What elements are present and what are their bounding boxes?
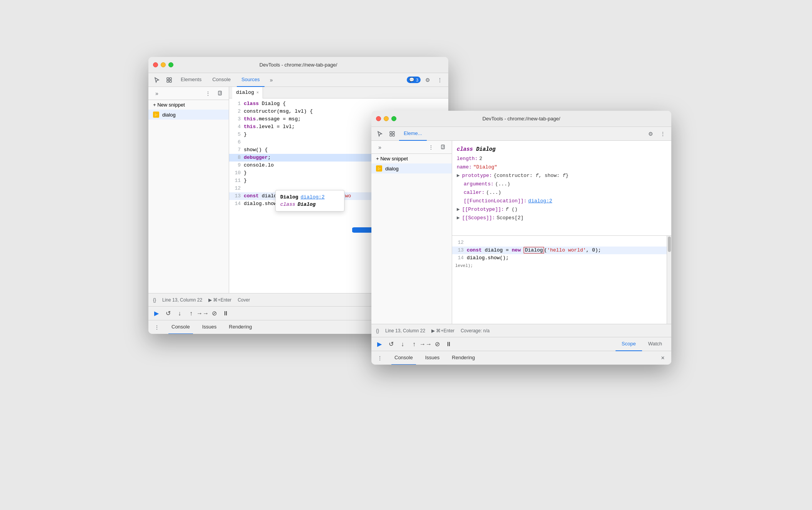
deactivate-btn-back[interactable]: ⊘ <box>209 308 219 318</box>
close-button-front[interactable] <box>376 116 381 121</box>
maximize-button-front[interactable] <box>391 116 396 121</box>
sidebar-more-back[interactable]: ⋮ <box>203 88 213 99</box>
inspect-icon-front[interactable] <box>387 128 398 139</box>
cursor-icon-front[interactable] <box>374 128 385 139</box>
obj-row-arguments: arguments: (...) <box>452 180 671 188</box>
hover-class-kw: class <box>280 202 295 207</box>
front-main-panel: class Dialog length: 2 name: "Dialog" ▶ … <box>452 141 671 324</box>
step-out-btn-front[interactable]: ↑ <box>409 339 419 349</box>
sidebar-pages-front[interactable] <box>438 142 449 153</box>
step-into-btn-front[interactable]: ↓ <box>398 339 408 349</box>
close-tab-back[interactable]: × <box>256 90 259 95</box>
snippet-icon-back: ▷ <box>153 112 159 118</box>
play-btn-back[interactable]: ▶ <box>151 308 161 318</box>
obj-class-title: class Dialog <box>452 144 671 155</box>
snippet-icon-front: ▷ <box>376 165 382 172</box>
debug-toolbar-front: ▶ ↺ ↓ ↑ →→ ⊘ ⏸ Scope Watch <box>371 337 671 351</box>
pause-btn-front[interactable]: ⏸ <box>444 339 454 349</box>
obj-row-length: length: 2 <box>452 155 671 163</box>
inspect-icon[interactable] <box>164 75 175 85</box>
cursor-icon[interactable] <box>151 75 162 85</box>
step-btn-front[interactable]: →→ <box>421 339 431 349</box>
step-out-btn-back[interactable]: ↑ <box>186 308 196 318</box>
more-options-icon-front[interactable]: ⋮ <box>657 128 668 139</box>
step-over-btn-front[interactable]: ↺ <box>386 339 396 349</box>
sidebar-toolbar-back: » ⋮ <box>148 87 229 100</box>
bottom-more-back[interactable]: ⋮ <box>151 322 162 333</box>
statusbar-front: {} Line 13, Column 22 ▶ ⌘+Enter Coverage… <box>371 324 671 337</box>
format-icon-back[interactable]: {} <box>153 297 156 303</box>
tab-elements-back[interactable]: Elements <box>176 73 206 87</box>
toolbar-back: Elements Console Sources » 💬 3 ⚙ ⋮ <box>148 73 448 87</box>
front-editor: 12 13const dialog = new Dialog('hello wo… <box>452 236 667 324</box>
issues-tab-back[interactable]: Issues <box>199 320 220 334</box>
scope-tab-front[interactable]: Scope <box>616 337 642 351</box>
devtools-window-front: DevTools - chrome://new-tab-page/ Eleme.… <box>371 111 671 365</box>
front-line-12: 12 <box>452 239 667 247</box>
svg-rect-0 <box>167 78 169 80</box>
hover-dialog-name: Dialog <box>280 194 298 200</box>
collapse-icon-back[interactable]: » <box>151 88 162 99</box>
sidebar-more-front[interactable]: ⋮ <box>426 142 436 153</box>
deactivate-btn-front[interactable]: ⊘ <box>432 339 442 349</box>
hover-class-dialog: Dialog <box>298 202 316 207</box>
settings-icon-front[interactable]: ⚙ <box>645 128 656 139</box>
svg-rect-2 <box>167 80 169 82</box>
position-back: Line 13, Column 22 <box>162 297 202 303</box>
rendering-tab-back[interactable]: Rendering <box>226 320 255 334</box>
collapse-icon-front[interactable]: » <box>374 142 385 153</box>
scrollbar-thumb-front[interactable] <box>668 237 671 252</box>
titlebar-front: DevTools - chrome://new-tab-page/ <box>371 111 671 127</box>
obj-row-scopes: ▶ [[Scopes]]: Scopes[2] <box>452 214 671 222</box>
step-btn-back[interactable]: →→ <box>198 308 208 318</box>
step-over-btn-back[interactable]: ↺ <box>163 308 173 318</box>
svg-rect-8 <box>390 134 392 136</box>
sidebar-pages-back[interactable] <box>215 88 226 99</box>
more-tabs-icon-back[interactable]: » <box>266 75 277 85</box>
close-button-back[interactable] <box>153 62 158 67</box>
play-btn-front[interactable]: ▶ <box>374 339 384 349</box>
close-drawer-front[interactable]: × <box>657 353 668 363</box>
continued-text: level); <box>452 262 667 268</box>
traffic-lights-back <box>153 62 173 67</box>
titlebar-title-back: DevTools - chrome://new-tab-page/ <box>260 62 337 68</box>
tab-console-back[interactable]: Console <box>208 73 235 87</box>
svg-rect-3 <box>170 80 171 82</box>
console-tab-front[interactable]: Console <box>391 351 416 365</box>
dialog-file-back[interactable]: ▷ dialog <box>148 110 229 120</box>
watch-tab-front[interactable]: Watch <box>642 337 668 351</box>
minimize-button-back[interactable] <box>161 62 166 67</box>
tab-elements-front[interactable]: Eleme... <box>399 127 427 141</box>
format-icon-front[interactable]: {} <box>376 328 379 333</box>
coverage-front: Coverage: n/a <box>461 328 489 333</box>
more-options-icon-back[interactable]: ⋮ <box>434 75 445 85</box>
chat-badge-back[interactable]: 💬 3 <box>407 77 421 83</box>
new-snippet-back[interactable]: + New snippet <box>148 100 229 110</box>
sidebar-back: » ⋮ + New snippet ▷ dialog <box>148 87 229 293</box>
settings-icon-back[interactable]: ⚙ <box>422 75 433 85</box>
sidebar-toolbar-front: » ⋮ <box>371 141 452 154</box>
run-label-back[interactable]: ▶ ⌘+Enter <box>208 297 231 303</box>
obj-row-caller: caller: (...) <box>452 188 671 197</box>
scrollbar-front[interactable] <box>667 236 671 324</box>
hover-dialog-link[interactable]: dialog:2 <box>301 194 324 200</box>
svg-rect-1 <box>170 78 171 80</box>
editor-tab-dialog-back[interactable]: dialog × <box>232 87 263 98</box>
dialog-file-front[interactable]: ▷ dialog <box>371 163 452 173</box>
new-snippet-front[interactable]: + New snippet <box>371 154 452 163</box>
rendering-tab-front[interactable]: Rendering <box>449 351 478 365</box>
step-into-btn-back[interactable]: ↓ <box>175 308 185 318</box>
run-label-front[interactable]: ▶ ⌘+Enter <box>431 328 454 333</box>
titlebar-title-front: DevTools - chrome://new-tab-page/ <box>483 116 560 122</box>
obj-row-name: name: "Dialog" <box>452 163 671 172</box>
issues-tab-front[interactable]: Issues <box>422 351 443 365</box>
bottom-more-front[interactable]: ⋮ <box>374 353 385 363</box>
console-tab-back[interactable]: Console <box>168 320 193 334</box>
pause-btn-back[interactable]: ⏸ <box>221 308 231 318</box>
maximize-button-back[interactable] <box>168 62 173 67</box>
hover-card-row2: class Dialog <box>280 201 339 208</box>
tab-sources-back[interactable]: Sources <box>237 73 265 87</box>
front-line-14: 14dialog.show(); <box>452 254 667 262</box>
front-line-13: 13const dialog = new Dialog('hello world… <box>452 247 667 254</box>
minimize-button-front[interactable] <box>384 116 389 121</box>
